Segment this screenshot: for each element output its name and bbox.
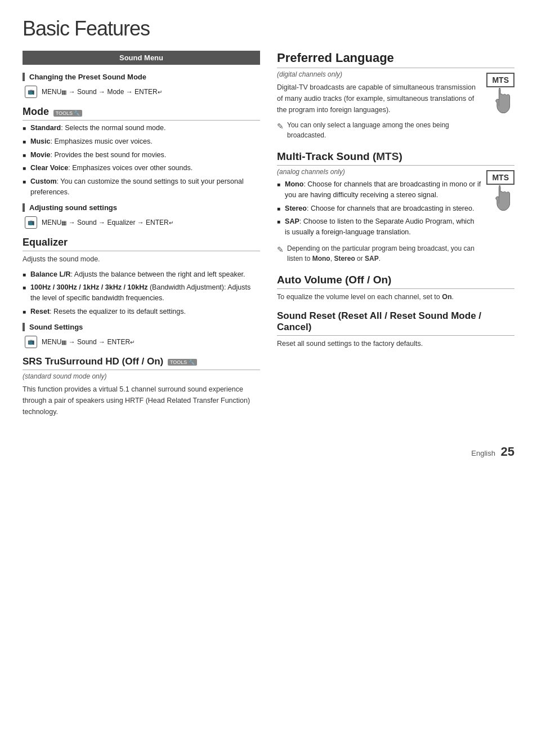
mts-badge-preferred: MTS (486, 73, 514, 87)
mts-icon-group-preferred: MTS (486, 73, 514, 114)
srs-body: This function provides a virtual 5.1 cha… (23, 384, 260, 417)
mode-title: Mode (23, 106, 49, 117)
multi-track-content: (analog channels only) Mono: Choose for … (277, 168, 481, 268)
item-text: Reset: Resets the equalizer to its defau… (30, 306, 186, 317)
hand-icon-multi (487, 185, 514, 212)
multi-track-section: (analog channels only) Mono: Choose for … (277, 168, 514, 268)
note-icon: ✎ (277, 121, 284, 132)
list-item: 100Hz / 300Hz / 1kHz / 3kHz / 10kHz (Ban… (23, 282, 260, 304)
list-item: Clear Voice: Emphasizes voices over othe… (23, 163, 260, 174)
multi-track-title: Multi-Track Sound (MTS) (277, 150, 402, 162)
list-item: Reset: Resets the equalizer to its defau… (23, 306, 260, 317)
subsection-label: Adjusting sound settings (29, 203, 117, 212)
subsection-adjusting: Adjusting sound settings (23, 203, 260, 212)
multi-track-title-bar: Multi-Track Sound (MTS) (277, 150, 514, 166)
menu-path-sound-settings: 📺 MENU▦ → Sound → ENTER↵ (25, 336, 260, 348)
tools-badge-srs: TOOLS 🔧 (168, 359, 197, 366)
subsection-changing-preset: Changing the Preset Sound Mode (23, 73, 260, 81)
menu-icon: 📺 (25, 216, 37, 229)
page-number: 25 (501, 444, 514, 459)
preferred-language-body: Digital-TV broadcasts are capable of sim… (277, 82, 481, 115)
subsection-sound-settings: Sound Settings (23, 323, 260, 331)
srs-section-title-bar: SRS TruSurround HD (Off / On) TOOLS 🔧 (23, 356, 260, 370)
auto-volume-title-bar: Auto Volume (Off / On) (277, 274, 514, 289)
item-text: Stereo: Choose for channels that are bro… (285, 203, 474, 214)
preferred-language-section: (digital channels only) Digital-TV broad… (277, 70, 514, 145)
left-column: Sound Menu Changing the Preset Sound Mod… (23, 51, 260, 422)
item-text: Custom: You can customize the sound sett… (30, 176, 260, 198)
equalizer-title: Equalizer (23, 237, 68, 248)
list-item: Custom: You can customize the sound sett… (23, 176, 260, 198)
subsection-label: Sound Settings (29, 323, 83, 331)
page-number-area: English 25 (23, 444, 514, 459)
menu-path-equalizer: 📺 MENU▦ → Sound → Equalizer → ENTER↵ (25, 216, 260, 229)
mode-section: Mode TOOLS 🔧 (23, 106, 260, 121)
srs-italic-note: (standard sound mode only) (23, 372, 260, 380)
auto-volume-title: Auto Volume (Off / On) (277, 274, 391, 286)
sound-menu-banner: Sound Menu (23, 51, 260, 65)
multi-track-note-line: ✎ Depending on the particular program be… (277, 243, 481, 264)
item-text: SAP: Choose to listen to the Separate Au… (285, 216, 481, 238)
item-text: Mono: Choose for channels that are broad… (285, 179, 481, 201)
note-icon: ✎ (277, 244, 284, 256)
menu-path-text: MENU▦ → Sound → Mode → ENTER↵ (42, 88, 162, 96)
note-text: Depending on the particular program bein… (287, 243, 481, 264)
list-item: SAP: Choose to listen to the Separate Au… (277, 216, 481, 238)
list-item: Movie: Provides the best sound for movie… (23, 150, 260, 161)
sound-reset-title-bar: Sound Reset (Reset All / Reset Sound Mod… (277, 310, 514, 336)
list-item: Music: Emphasizes music over voices. (23, 136, 260, 147)
subsection-label: Changing the Preset Sound Mode (29, 73, 146, 81)
equalizer-section-title-bar: Equalizer (23, 237, 260, 251)
note-text: You can only select a language among the… (287, 120, 481, 140)
auto-volume-body: To equalize the volume level on each cha… (277, 291, 514, 303)
page-language: English (471, 449, 495, 457)
item-text: Balance L/R: Adjusts the balance between… (30, 269, 245, 280)
item-text: Clear Voice: Emphasizes voices over othe… (30, 163, 193, 174)
mts-badge-multi: MTS (486, 170, 514, 185)
tools-badge-mode: TOOLS 🔧 (53, 110, 83, 117)
list-item: Balance L/R: Adjusts the balance between… (23, 269, 260, 280)
preferred-language-title: Preferred Language (277, 51, 394, 65)
right-column: Preferred Language (digital channels onl… (277, 51, 514, 422)
hand-icon-preferred (487, 87, 514, 114)
item-text: Movie: Provides the best sound for movie… (30, 150, 166, 161)
preferred-language-note: (digital channels only) (277, 70, 481, 78)
sound-reset-body: Reset all sound settings to the factory … (277, 338, 514, 349)
equalizer-list: Balance L/R: Adjusts the balance between… (23, 269, 260, 317)
mode-list: Standard: Selects the normal sound mode.… (23, 123, 260, 198)
item-text: Standard: Selects the normal sound mode. (30, 123, 165, 134)
item-text: Music: Emphasizes music over voices. (30, 136, 153, 147)
menu-icon: 📺 (25, 336, 37, 348)
sound-reset-title: Sound Reset (Reset All / Reset Sound Mod… (277, 310, 481, 332)
list-item: Mono: Choose for channels that are broad… (277, 179, 481, 201)
page-title: Basic Features (23, 17, 514, 41)
srs-title: SRS TruSurround HD (Off / On) (23, 356, 163, 367)
menu-path-text: MENU▦ → Sound → ENTER↵ (42, 338, 135, 346)
preferred-language-title-bar: Preferred Language (277, 51, 514, 68)
menu-path-text: MENU▦ → Sound → Equalizer → ENTER↵ (42, 219, 173, 226)
preferred-language-content: (digital channels only) Digital-TV broad… (277, 70, 481, 145)
mts-icon-group-multi: MTS (486, 170, 514, 212)
list-item: Stereo: Choose for channels that are bro… (277, 203, 481, 214)
equalizer-body: Adjusts the sound mode. (23, 254, 260, 265)
item-text: 100Hz / 300Hz / 1kHz / 3kHz / 10kHz (Ban… (30, 282, 260, 304)
multi-track-note: (analog channels only) (277, 168, 481, 176)
multi-track-list: Mono: Choose for channels that are broad… (277, 179, 481, 238)
preferred-language-note-line: ✎ You can only select a language among t… (277, 120, 481, 140)
menu-icon: 📺 (25, 86, 37, 98)
menu-path-mode: 📺 MENU▦ → Sound → Mode → ENTER↵ (25, 86, 260, 98)
list-item: Standard: Selects the normal sound mode. (23, 123, 260, 134)
